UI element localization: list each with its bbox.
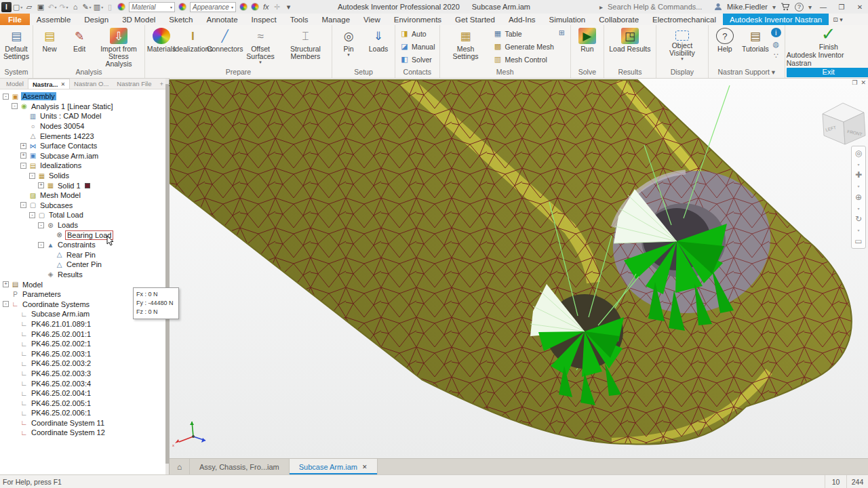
offset-surfaces-dropdown-icon[interactable]: ▼: [258, 60, 262, 64]
tree-item-surface-contacts[interactable]: Surface Contacts: [39, 142, 98, 150]
pin-button[interactable]: ◎Pin▼: [334, 25, 363, 58]
tree-item-pk46-25-02-001-1[interactable]: PK46.25.02.001:1: [30, 330, 92, 338]
search-box[interactable]: [608, 3, 709, 11]
qat-customize-icon[interactable]: ▾: [283, 1, 294, 12]
adjust-all-ball-icon[interactable]: [251, 3, 259, 11]
adjust-ball-icon[interactable]: [239, 3, 248, 11]
nav-look-at-icon[interactable]: ▭: [854, 237, 862, 246]
signed-in-user[interactable]: Mike.Fiedler: [727, 3, 768, 11]
tree-item-elements-14223[interactable]: Elements 14223: [39, 132, 96, 140]
new-button[interactable]: ▤New: [35, 25, 64, 54]
tree-item-pk46-25-02-003-1[interactable]: PK46.25.02.003:1: [30, 350, 92, 358]
ribbon-tab-tools[interactable]: Tools: [283, 14, 315, 25]
navigation-bar[interactable]: ◎▾✚▾⊕▾↻▾▭: [851, 146, 866, 249]
material-combo[interactable]: Material▾: [129, 2, 175, 12]
document-tab-assy-chassis-fro-iam[interactable]: Assy, Chassis, Fro...iam: [190, 459, 290, 474]
object-visibility-dropdown-icon[interactable]: ▼: [680, 57, 684, 61]
redo-icon-caret-icon[interactable]: ▾: [66, 5, 68, 9]
run-button[interactable]: ▶Run: [572, 25, 602, 54]
restore-button[interactable]: ❐: [835, 3, 848, 11]
nav-zoom-icon[interactable]: ⊕: [855, 192, 862, 202]
appearance-combo[interactable]: Appearance▾: [190, 2, 236, 12]
load-results-button[interactable]: ◳Load Results: [606, 25, 654, 54]
tree-item-assembly[interactable]: Assembly: [21, 92, 56, 100]
minimize-button[interactable]: —: [816, 3, 830, 11]
ribbon-tab-view[interactable]: View: [357, 14, 387, 25]
appearance-ball-icon[interactable]: [178, 3, 186, 11]
ribbon-tab-assemble[interactable]: Assemble: [30, 14, 78, 25]
view-cube[interactable]: LEFT FRONT: [823, 103, 865, 144]
ribbon-tab-electromechanical[interactable]: Electromechanical: [646, 14, 723, 25]
appearance-combo-caret-icon[interactable]: ▾: [231, 5, 233, 9]
new-file-icon-caret-icon[interactable]: ▾: [20, 5, 22, 9]
inventor-app-icon[interactable]: I: [1, 2, 12, 12]
tree-item-subcase-arm-iam[interactable]: Subcase Arm.iam: [30, 310, 91, 318]
import-from-stress-analysis-button[interactable]: ⇩Import from Stress Analysis: [94, 25, 143, 68]
tree-item-pk46-21-01-089-1[interactable]: PK46.21.01.089:1: [30, 320, 92, 328]
tree-item-analysis-1-linear-static[interactable]: Analysis 1 [Linear Static]: [30, 102, 114, 110]
tree-item-pk46-25-02-003-3[interactable]: PK46.25.02.003:3: [30, 369, 92, 378]
tree-item-coordinate-system-11[interactable]: Coordinate System 11: [30, 419, 106, 427]
default-settings-button[interactable]: ▤Default Settings: [1, 25, 31, 61]
tree-item-solids[interactable]: Solids: [47, 171, 71, 180]
table-button[interactable]: ▦Table: [490, 27, 557, 40]
tree-item-rear-pin[interactable]: Rear Pin: [65, 251, 97, 259]
ribbon-tab-simulation[interactable]: Simulation: [542, 14, 593, 25]
offset-surfaces-button[interactable]: ≈Offset Surfaces▼: [241, 25, 281, 65]
ribbon-tab-add-ins[interactable]: Add-Ins: [502, 14, 542, 25]
mesh-settings-button[interactable]: ▦Mesh Settings: [441, 25, 490, 61]
expand-icon[interactable]: +: [20, 143, 26, 149]
expand-icon[interactable]: +: [3, 281, 9, 287]
info-button[interactable]: i: [771, 28, 783, 37]
search-input[interactable]: [608, 3, 709, 11]
solver-button[interactable]: ◧Solver: [397, 53, 437, 66]
document-tab-close-icon[interactable]: ✕: [362, 464, 368, 470]
mesh-control-button[interactable]: ▥Mesh Control: [490, 53, 557, 66]
collapse-icon[interactable]: -: [12, 103, 18, 109]
tree-item-solid-1[interactable]: Solid 1: [56, 182, 82, 190]
loads-button[interactable]: ⇓Loads: [363, 25, 393, 54]
parameters-fx-icon[interactable]: fx: [263, 3, 269, 11]
browser-tab-nastra[interactable]: Nastra...✕: [28, 79, 70, 89]
help-icon[interactable]: ?: [795, 3, 804, 12]
report-button[interactable]: ◍: [771, 39, 783, 49]
generate-mesh-button[interactable]: ▩Generate Mesh: [490, 40, 557, 53]
tree-item-pk46-25-02-006-1[interactable]: PK46.25.02.006:1: [30, 409, 92, 417]
collapse-icon[interactable]: -: [29, 212, 35, 218]
community-button[interactable]: ∵: [771, 51, 783, 60]
tree-item-constraints[interactable]: Constraints: [56, 241, 97, 249]
close-button[interactable]: ✕: [853, 3, 867, 11]
tree-item-parameters[interactable]: Parameters: [21, 290, 62, 298]
materials-button[interactable]: Materials: [146, 25, 176, 54]
finish-nastran-button[interactable]: ✓FinishAutodesk Inventor Nastran: [787, 25, 868, 67]
home-icon[interactable]: ⌂: [70, 1, 81, 12]
browser-tab-model[interactable]: Model: [2, 80, 28, 87]
tree-item-nodes-30054[interactable]: Nodes 30054: [39, 122, 85, 130]
sketch-icon-caret-icon[interactable]: ▾: [90, 5, 92, 9]
collapse-icon[interactable]: -: [38, 242, 44, 248]
expand-icon[interactable]: +: [38, 182, 44, 188]
help-button[interactable]: ?Help: [710, 25, 740, 54]
save-icon[interactable]: ▣: [35, 1, 46, 12]
tree-item-pk46-25-02-004-1[interactable]: PK46.25.02.004:1: [30, 389, 92, 397]
tree-item-subcases[interactable]: Subcases: [39, 201, 74, 209]
expand-icon[interactable]: +: [20, 152, 26, 159]
edit-button[interactable]: ✎Edit: [64, 25, 94, 54]
ribbon-tab-annotate[interactable]: Annotate: [200, 14, 245, 25]
nav-pan-icon[interactable]: ✚: [855, 170, 862, 180]
idealizations-button[interactable]: IIdealizations: [176, 25, 210, 54]
tree-item-units-cad-model[interactable]: Units : CAD Model: [39, 112, 102, 120]
undo-icon-caret-icon[interactable]: ▾: [55, 5, 57, 9]
canvas-close-icon[interactable]: ✕: [861, 79, 866, 86]
tree-item-center-pin[interactable]: Center Pin: [65, 260, 103, 268]
sketch-icon[interactable]: ✎▾: [81, 1, 92, 12]
ribbon-tab-3d-model[interactable]: 3D Model: [115, 14, 162, 25]
object-visibility-button[interactable]: Object Visibility▼: [658, 25, 707, 62]
ribbon-tab-autodesk-inventor-nastran[interactable]: Autodesk Inventor Nastran: [723, 14, 829, 25]
ribbon-tab-environments[interactable]: Environments: [387, 14, 448, 25]
open-icon[interactable]: ▱: [24, 1, 35, 12]
collapse-icon[interactable]: -: [38, 222, 44, 228]
user-menu-caret-icon[interactable]: ▾: [772, 3, 776, 11]
tree-item-results[interactable]: Results: [56, 270, 84, 279]
browser-scrollbar-thumb[interactable]: [165, 84, 169, 464]
